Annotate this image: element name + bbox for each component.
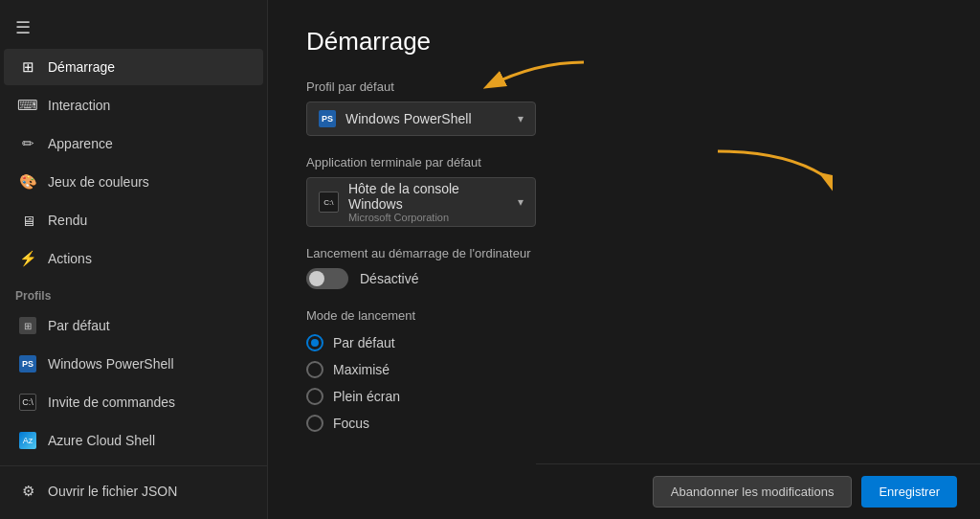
- default-profile-icon: ⊞: [19, 317, 36, 334]
- radio-circle: [306, 388, 323, 405]
- mode-lancement-group: Par défaut Maximisé Plein écran Focus: [306, 334, 942, 432]
- hamburger-button[interactable]: ☰: [0, 8, 267, 48]
- ps-dropdown-icon: PS: [319, 110, 336, 127]
- sidebar-item-invite-commandes[interactable]: C:\ Invite de commandes: [4, 384, 263, 420]
- toggle-knob: [309, 271, 324, 286]
- lancement-toggle-row: Désactivé: [306, 268, 942, 289]
- app-terminal-text-group: Hôte de la console Windows Microsoft Cor…: [348, 181, 508, 223]
- sidebar-item-label: Actions: [48, 251, 92, 266]
- sidebar-item-jeux-couleurs[interactable]: 🎨 Jeux de couleurs: [4, 164, 263, 200]
- powershell-icon: PS: [19, 355, 36, 372]
- brush-icon: ✏: [19, 135, 36, 152]
- dropdown-left: PS Windows PowerShell: [319, 110, 472, 127]
- monitor-icon: 🖥: [19, 212, 36, 229]
- sidebar-item-demarrage[interactable]: ⊞ Démarrage: [4, 49, 263, 85]
- lancement-toggle[interactable]: [306, 268, 348, 289]
- lancement-toggle-label: Désactivé: [360, 271, 418, 286]
- mode-focus[interactable]: Focus: [306, 415, 942, 432]
- dropdown-left: C:\ Hôte de la console Windows Microsoft…: [319, 181, 508, 223]
- cmd-icon: C:\: [19, 394, 36, 411]
- mode-label: Par défaut: [333, 335, 395, 350]
- sidebar-item-interaction[interactable]: ⌨ Interaction: [4, 87, 263, 124]
- profil-defaut-dropdown[interactable]: PS Windows PowerShell ▾: [306, 102, 536, 136]
- sidebar-item-par-defaut[interactable]: ⊞ Par défaut: [4, 307, 263, 344]
- sidebar-item-label: Jeux de couleurs: [48, 174, 149, 190]
- footer-buttons: Abandonner les modifications Enregistrer: [536, 463, 980, 519]
- mode-label: Plein écran: [333, 389, 400, 404]
- sidebar-divider: [0, 465, 267, 466]
- radio-circle: [306, 415, 323, 432]
- mode-plein-ecran[interactable]: Plein écran: [306, 388, 942, 405]
- mode-label: Maximisé: [333, 362, 390, 377]
- profil-defaut-label: Profil par défaut: [306, 79, 942, 94]
- sidebar-item-apparence[interactable]: ✏ Apparence: [4, 125, 263, 162]
- sidebar-item-azure-cloud-shell[interactable]: Az Azure Cloud Shell: [4, 422, 263, 459]
- sidebar-item-label: Par défaut: [48, 318, 110, 333]
- sidebar-item-actions[interactable]: ⚡ Actions: [4, 240, 263, 277]
- abandon-button[interactable]: Abandonner les modifications: [653, 476, 853, 508]
- app-terminal-title: Hôte de la console Windows: [348, 181, 508, 212]
- app-terminal-sub: Microsoft Corporation: [348, 212, 508, 223]
- sidebar-item-rendu[interactable]: 🖥 Rendu: [4, 202, 263, 238]
- mode-label: Focus: [333, 416, 369, 431]
- home-icon: ⊞: [19, 58, 36, 76]
- mode-par-defaut[interactable]: Par défaut: [306, 334, 942, 351]
- mode-lancement-label: Mode de lancement: [306, 308, 942, 323]
- sidebar: ☰ ⊞ Démarrage ⌨ Interaction ✏ Apparence …: [0, 0, 268, 519]
- radio-dot: [311, 339, 319, 347]
- profils-section-label: Profils: [0, 278, 267, 306]
- sidebar-item-label: Ouvrir le fichier JSON: [48, 484, 177, 499]
- enregistrer-button[interactable]: Enregistrer: [861, 476, 957, 508]
- arrow-app-terminal: [708, 142, 833, 199]
- sidebar-item-label: Démarrage: [48, 59, 115, 75]
- radio-circle-selected: [306, 334, 323, 351]
- cursor-icon: ⌨: [19, 97, 36, 114]
- lancement-label: Lancement au démarrage de l'ordinateur: [306, 246, 942, 260]
- mode-maximise[interactable]: Maximisé: [306, 361, 942, 378]
- chevron-down-icon: ▾: [518, 112, 523, 125]
- sidebar-item-label: Azure Cloud Shell: [48, 433, 155, 448]
- sidebar-item-label: Windows PowerShell: [48, 356, 174, 372]
- azure-icon: Az: [19, 432, 36, 449]
- sidebar-item-label: Interaction: [48, 98, 110, 113]
- sidebar-item-windows-ps[interactable]: PS Windows PowerShell: [4, 346, 263, 382]
- app-terminal-label: Application terminale par défaut: [306, 155, 942, 169]
- sidebar-item-label: Apparence: [48, 136, 113, 151]
- sidebar-item-label: Invite de commandes: [48, 395, 175, 410]
- palette-icon: 🎨: [19, 173, 36, 191]
- app-terminal-dropdown[interactable]: C:\ Hôte de la console Windows Microsoft…: [306, 177, 536, 227]
- sidebar-item-open-json[interactable]: ⚙ Ouvrir le fichier JSON: [4, 473, 263, 509]
- main-content: Démarrage Profil par défaut PS Windows P…: [268, 0, 980, 519]
- lightning-icon: ⚡: [19, 250, 36, 267]
- gear-icon: ⚙: [19, 483, 36, 500]
- sidebar-item-label: Rendu: [48, 213, 87, 228]
- chevron-down-icon: ▾: [518, 195, 523, 209]
- profil-defaut-value: Windows PowerShell: [345, 111, 472, 126]
- cmd-dropdown-icon: C:\: [319, 192, 339, 213]
- page-title: Démarrage: [306, 27, 942, 56]
- radio-circle: [306, 361, 323, 378]
